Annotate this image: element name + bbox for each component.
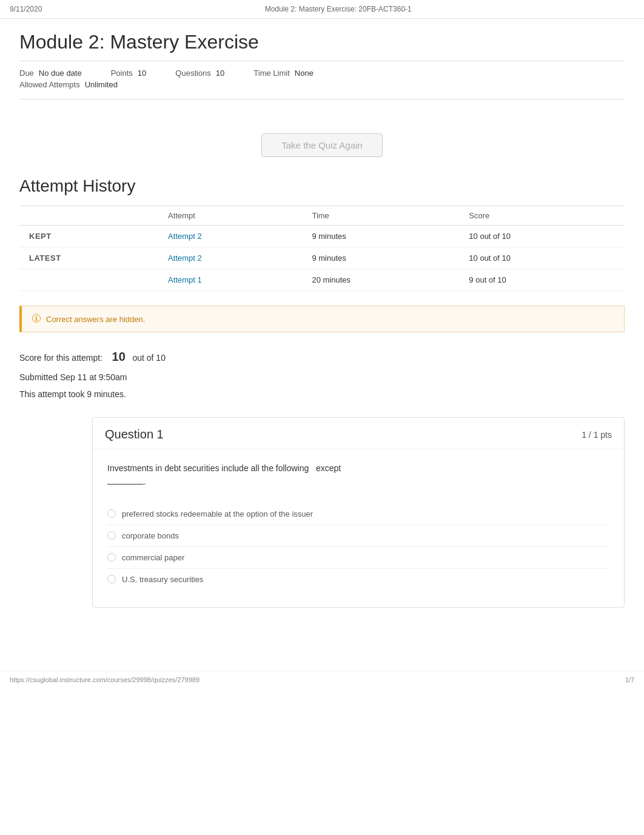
radio-circle bbox=[107, 553, 116, 562]
question-1-title: Question 1 bbox=[105, 428, 164, 441]
page-content: Module 2: Mastery Exercise Due No due da… bbox=[0, 19, 644, 646]
answer-text: preferred stocks redeemable at the optio… bbox=[122, 509, 313, 518]
due-value: No due date bbox=[39, 69, 82, 78]
duration-line: This attempt took 9 minutes. bbox=[19, 386, 625, 403]
correct-answers-notice: 🛈 Correct answers are hidden. bbox=[19, 306, 625, 332]
questions-value: 10 bbox=[216, 69, 224, 78]
radio-circle bbox=[107, 509, 116, 518]
row-time: 9 minutes bbox=[302, 247, 459, 269]
score-suffix: out of 10 bbox=[132, 353, 166, 363]
row-attempt[interactable]: Attempt 2 bbox=[158, 247, 302, 269]
points-label: Points bbox=[111, 69, 133, 78]
attempt-history-title: Attempt History bbox=[19, 176, 625, 196]
answer-text: corporate bonds bbox=[122, 531, 179, 540]
meta-due: Due No due date bbox=[19, 69, 82, 78]
col-header-label bbox=[19, 206, 158, 226]
submitted-line: Submitted Sep 11 at 9:50am bbox=[19, 369, 625, 386]
browser-tab-title: Module 2: Mastery Exercise: 20FB-ACT360-… bbox=[265, 5, 412, 13]
take-quiz-again-button[interactable]: Take the Quiz Again bbox=[261, 133, 382, 157]
question-text-keyword: except bbox=[316, 463, 341, 473]
row-attempt[interactable]: Attempt 2 bbox=[158, 226, 302, 247]
time-limit-value: None bbox=[295, 69, 314, 78]
col-header-score: Score bbox=[459, 206, 625, 226]
question-1-pts: 1 / 1 pts bbox=[582, 430, 612, 440]
list-item[interactable]: commercial paper bbox=[107, 546, 609, 568]
answer-options-list: preferred stocks redeemable at the optio… bbox=[107, 498, 609, 595]
question-underline bbox=[107, 484, 144, 485]
points-value: 10 bbox=[138, 69, 146, 78]
question-text-before: Investments in debt securities include a… bbox=[107, 463, 309, 473]
row-label: KEPT bbox=[19, 226, 158, 247]
list-item[interactable]: preferred stocks redeemable at the optio… bbox=[107, 503, 609, 525]
list-item[interactable]: corporate bonds bbox=[107, 525, 609, 546]
score-line: Score for this attempt: 10 out of 10 bbox=[19, 344, 625, 369]
col-header-attempt: Attempt bbox=[158, 206, 302, 226]
allowed-attempts-value: Unlimited bbox=[85, 80, 118, 89]
row-attempt[interactable]: Attempt 1 bbox=[158, 269, 302, 291]
meta-points: Points 10 bbox=[111, 69, 147, 78]
attempt-info: Score for this attempt: 10 out of 10 Sub… bbox=[19, 344, 625, 403]
row-score: 9 out of 10 bbox=[459, 269, 625, 291]
meta-row-2: Allowed Attempts Unlimited bbox=[19, 80, 625, 89]
attempt-link[interactable]: Attempt 2 bbox=[168, 232, 202, 241]
allowed-attempts-label: Allowed Attempts bbox=[19, 80, 80, 89]
attempt-link[interactable]: Attempt 1 bbox=[168, 275, 202, 284]
meta-time-limit: Time Limit None bbox=[253, 69, 314, 78]
answer-text: U.S. treasury securities bbox=[122, 575, 203, 584]
question-1-card: Question 1 1 / 1 pts Investments in debt… bbox=[92, 417, 625, 608]
table-header-row: Attempt Time Score bbox=[19, 206, 625, 226]
question-1-text: Investments in debt securities include a… bbox=[107, 461, 609, 489]
questions-label: Questions bbox=[175, 69, 211, 78]
page-title: Module 2: Mastery Exercise bbox=[19, 31, 625, 53]
footer-bar: https://csuglobal.instructure.com/course… bbox=[0, 671, 644, 688]
col-header-time: Time bbox=[302, 206, 459, 226]
score-label: Score for this attempt: bbox=[19, 353, 102, 363]
row-score: 10 out of 10 bbox=[459, 247, 625, 269]
quiz-again-section: Take the Quiz Again bbox=[19, 114, 625, 176]
browser-bar: 9/11/2020 Module 2: Mastery Exercise: 20… bbox=[0, 0, 644, 19]
meta-row-1: Due No due date Points 10 Questions 10 T… bbox=[19, 69, 625, 78]
notice-icon: 🛈 bbox=[32, 314, 41, 324]
row-time: 9 minutes bbox=[302, 226, 459, 247]
question-1-body: Investments in debt securities include a… bbox=[93, 449, 624, 607]
footer-page-indicator: 1/7 bbox=[625, 676, 634, 683]
answer-text: commercial paper bbox=[122, 553, 184, 562]
attempt-link[interactable]: Attempt 2 bbox=[168, 253, 202, 263]
time-limit-label: Time Limit bbox=[253, 69, 289, 78]
list-item[interactable]: U.S. treasury securities bbox=[107, 568, 609, 590]
meta-questions: Questions 10 bbox=[175, 69, 224, 78]
due-label: Due bbox=[19, 69, 34, 78]
table-row: LATEST Attempt 2 9 minutes 10 out of 10 bbox=[19, 247, 625, 269]
table-row: Attempt 1 20 minutes 9 out of 10 bbox=[19, 269, 625, 291]
row-time: 20 minutes bbox=[302, 269, 459, 291]
radio-circle bbox=[107, 575, 116, 583]
row-label bbox=[19, 269, 158, 291]
footer-url: https://csuglobal.instructure.com/course… bbox=[10, 676, 200, 683]
meta-allowed-attempts: Allowed Attempts Unlimited bbox=[19, 80, 118, 89]
notice-text: Correct answers are hidden. bbox=[46, 315, 145, 324]
browser-date: 9/11/2020 bbox=[10, 5, 42, 13]
row-score: 10 out of 10 bbox=[459, 226, 625, 247]
question-1-header: Question 1 1 / 1 pts bbox=[93, 418, 624, 449]
table-row: KEPT Attempt 2 9 minutes 10 out of 10 bbox=[19, 226, 625, 247]
meta-section: Due No due date Points 10 Questions 10 T… bbox=[19, 61, 625, 99]
score-number: 10 bbox=[112, 350, 126, 363]
radio-circle bbox=[107, 531, 116, 540]
attempt-history-table: Attempt Time Score KEPT Attempt 2 9 minu… bbox=[19, 206, 625, 291]
row-label: LATEST bbox=[19, 247, 158, 269]
